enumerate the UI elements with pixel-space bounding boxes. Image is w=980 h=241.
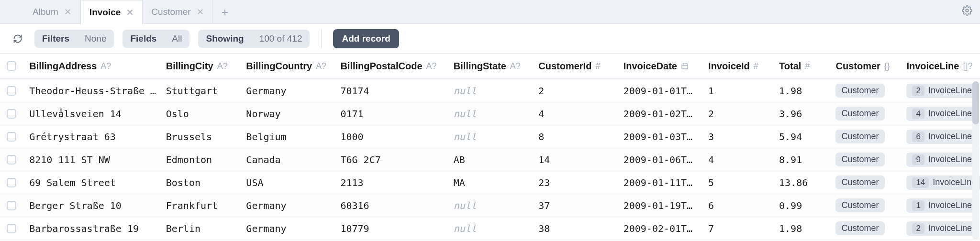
table-row[interactable]: Ullevålsveien 14OsloNorway0171null42009-… (0, 102, 980, 125)
cell-billingcity[interactable]: Oslo (159, 108, 240, 120)
refresh-button[interactable] (10, 31, 26, 47)
table-row[interactable]: 8210 111 ST NWEdmontonCanadaT6G 2C7AB142… (0, 148, 980, 171)
cell-invoiceid[interactable]: 7 (702, 223, 772, 234)
cell-billingpostalcode[interactable]: 1000 (334, 131, 446, 142)
close-icon[interactable]: ✕ (64, 7, 71, 17)
row-checkbox[interactable] (0, 109, 22, 119)
table-row[interactable]: Grétrystraat 63BrusselsBelgium1000null82… (0, 125, 980, 148)
new-tab-button[interactable]: ＋ (213, 0, 237, 24)
cell-billingcountry[interactable]: USA (239, 177, 334, 188)
cell-total[interactable]: 13.86 (772, 177, 829, 188)
cell-invoiceline[interactable]: 2InvoiceLine (900, 84, 980, 98)
vertical-scrollbar[interactable] (972, 81, 979, 239)
cell-billingstate[interactable]: null (447, 223, 532, 234)
cell-billingcountry[interactable]: Canada (239, 154, 334, 165)
cell-invoiceid[interactable]: 5 (702, 177, 772, 188)
cell-invoicedate[interactable]: 2009-01-02T… (617, 108, 702, 120)
cell-invoicedate[interactable]: 2009-01-11T… (617, 177, 702, 188)
cell-billingcity[interactable]: Edmonton (159, 154, 240, 165)
fields-control[interactable]: Fields All (122, 30, 189, 48)
cell-customerid[interactable]: 14 (532, 154, 616, 165)
cell-billingstate[interactable]: null (447, 200, 532, 211)
cell-total[interactable]: 5.94 (772, 131, 829, 142)
invoiceline-pill[interactable]: 9InvoiceLine (906, 153, 978, 167)
cell-billingpostalcode[interactable]: 10779 (334, 223, 446, 234)
cell-invoiceid[interactable]: 3 (702, 131, 772, 142)
cell-billingstate[interactable]: AB (447, 154, 532, 165)
row-checkbox[interactable] (0, 224, 22, 233)
cell-customer[interactable]: Customer (829, 175, 900, 189)
cell-customer[interactable]: Customer (829, 198, 900, 212)
cell-billingaddress[interactable]: Barbarossastraße 19 (22, 223, 159, 234)
cell-billingaddress[interactable]: 8210 111 ST NW (22, 154, 159, 165)
col-billingcountry[interactable]: BillingCountryA? (239, 61, 334, 72)
showing-control[interactable]: Showing 100 of 412 (198, 30, 310, 48)
customer-pill[interactable]: Customer (835, 130, 884, 143)
cell-billingcountry[interactable]: Germany (239, 85, 334, 97)
cell-billingcountry[interactable]: Norway (239, 108, 334, 120)
cell-customer[interactable]: Customer (829, 153, 900, 166)
cell-billingcity[interactable]: Brussels (159, 131, 240, 142)
cell-customer[interactable]: Customer (829, 107, 900, 120)
cell-customer[interactable]: Customer (829, 84, 900, 98)
row-checkbox[interactable] (0, 132, 22, 142)
customer-pill[interactable]: Customer (835, 153, 884, 166)
col-billingaddress[interactable]: BillingAddressA? (22, 61, 159, 72)
filters-control[interactable]: Filters None (34, 30, 114, 48)
cell-billingcity[interactable]: Berlin (159, 223, 240, 234)
cell-customerid[interactable]: 23 (532, 177, 616, 188)
cell-invoiceline[interactable]: 1InvoiceLine (900, 198, 980, 213)
tab-album[interactable]: Album ✕ (24, 0, 80, 24)
cell-total[interactable]: 3.96 (772, 108, 829, 120)
cell-customerid[interactable]: 38 (532, 223, 616, 234)
cell-billingpostalcode[interactable]: 2113 (334, 177, 446, 188)
tab-customer[interactable]: Customer ✕ (143, 0, 212, 24)
cell-customerid[interactable]: 8 (532, 131, 616, 142)
cell-billingcity[interactable]: Frankfurt (159, 200, 240, 211)
cell-billingstate[interactable]: MA (447, 177, 532, 188)
col-total[interactable]: Total# (772, 61, 829, 72)
cell-invoiceline[interactable]: 14InvoiceLine (900, 175, 980, 190)
cell-invoiceid[interactable]: 1 (702, 85, 772, 97)
cell-customer[interactable]: Customer (829, 130, 900, 143)
row-checkbox[interactable] (0, 178, 22, 187)
cell-total[interactable]: 0.99 (772, 200, 829, 211)
invoiceline-pill[interactable]: 4InvoiceLine (906, 107, 978, 121)
cell-billingaddress[interactable]: Ullevålsveien 14 (22, 108, 159, 120)
tab-invoice[interactable]: Invoice ✕ (80, 0, 143, 24)
col-invoiceid[interactable]: InvoiceId# (702, 61, 772, 72)
table-row[interactable]: Theodor-Heuss-Straße …StuttgartGermany70… (0, 79, 980, 102)
col-billingpostalcode[interactable]: BillingPostalCodeA? (334, 61, 446, 72)
invoiceline-pill[interactable]: 2InvoiceLine (906, 221, 978, 236)
cell-billingaddress[interactable]: Grétrystraat 63 (22, 131, 159, 142)
cell-billingaddress[interactable]: Berger Straße 10 (22, 200, 159, 211)
cell-invoicedate[interactable]: 2009-01-03T… (617, 131, 702, 142)
invoiceline-pill[interactable]: 1InvoiceLine (906, 198, 978, 213)
cell-customerid[interactable]: 4 (532, 108, 616, 120)
col-billingstate[interactable]: BillingStateA? (447, 61, 532, 72)
customer-pill[interactable]: Customer (835, 107, 884, 120)
row-checkbox[interactable] (0, 86, 22, 96)
cell-invoicedate[interactable]: 2009-01-19T… (617, 200, 702, 211)
cell-billingcountry[interactable]: Germany (239, 200, 334, 211)
cell-invoiceid[interactable]: 2 (702, 108, 772, 120)
gear-icon[interactable] (962, 5, 972, 19)
cell-customer[interactable]: Customer (829, 221, 900, 235)
col-customerid[interactable]: CustomerId# (532, 61, 616, 72)
customer-pill[interactable]: Customer (835, 198, 884, 212)
table-row[interactable]: Barbarossastraße 19BerlinGermany10779nul… (0, 217, 980, 240)
cell-billingpostalcode[interactable]: 70174 (334, 85, 446, 97)
cell-customerid[interactable]: 37 (532, 200, 616, 211)
invoiceline-pill[interactable]: 6InvoiceLine (906, 130, 978, 144)
cell-billingstate[interactable]: null (447, 131, 532, 142)
cell-billingpostalcode[interactable]: 0171 (334, 108, 446, 120)
cell-billingcountry[interactable]: Belgium (239, 131, 334, 142)
add-record-button[interactable]: Add record (333, 29, 399, 48)
cell-total[interactable]: 1.98 (772, 85, 829, 97)
cell-invoiceid[interactable]: 6 (702, 200, 772, 211)
cell-invoiceid[interactable]: 4 (702, 154, 772, 165)
cell-invoicedate[interactable]: 2009-01-01T… (617, 85, 702, 97)
customer-pill[interactable]: Customer (835, 221, 884, 235)
cell-total[interactable]: 1.98 (772, 223, 829, 234)
table-row[interactable]: 69 Salem StreetBostonUSA2113MA232009-01-… (0, 171, 980, 194)
